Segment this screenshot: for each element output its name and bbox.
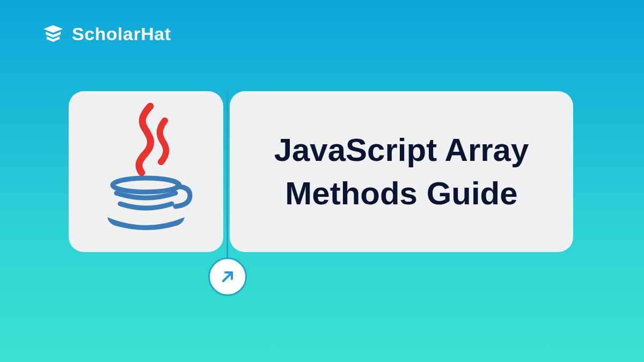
scholarhat-icon	[42, 23, 64, 45]
page-title: JavaScript Array Methods Guide	[274, 128, 529, 215]
java-logo-icon	[92, 102, 200, 241]
title-line-2: Methods Guide	[285, 175, 517, 211]
brand-logo: ScholarHat	[42, 23, 171, 45]
connector-line	[226, 91, 228, 279]
brand-name: ScholarHat	[72, 24, 171, 45]
title-card: JavaScript Array Methods Guide	[230, 91, 573, 252]
title-line-1: JavaScript Array	[274, 132, 529, 168]
arrow-circle-icon	[208, 257, 247, 296]
cards-container: JavaScript Array Methods Guide	[69, 91, 573, 252]
svg-point-0	[113, 178, 179, 192]
logo-card	[69, 91, 223, 252]
